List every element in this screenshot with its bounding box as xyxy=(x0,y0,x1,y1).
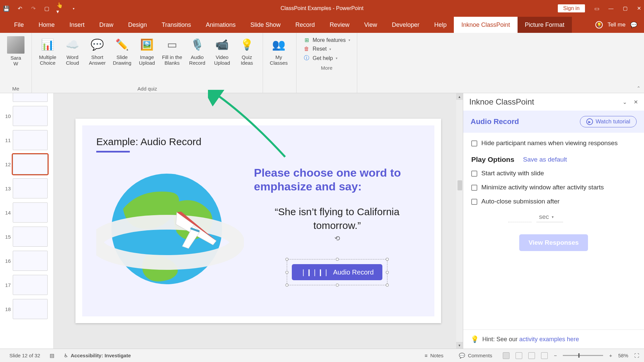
scroll-up-icon[interactable]: ▴ xyxy=(456,93,463,100)
save-as-default-link[interactable]: Save as default xyxy=(523,156,567,163)
image-upload-button[interactable]: 🖼️Image Upload xyxy=(135,35,159,84)
autoclose-seconds-input[interactable] xyxy=(508,212,532,222)
tab-review[interactable]: Review xyxy=(322,17,357,33)
my-classes-button[interactable]: 👥 My Classes xyxy=(267,35,290,84)
selection-handle[interactable] xyxy=(285,284,288,287)
minimize-icon[interactable]: — xyxy=(608,5,613,11)
audio-record-widget[interactable]: ❘❙❘❙❘ Audio Record xyxy=(287,259,387,285)
tab-insert[interactable]: Insert xyxy=(62,17,92,33)
audio-record-button[interactable]: 🎙️Audio Record xyxy=(185,35,209,84)
selection-handle[interactable] xyxy=(386,271,389,274)
word-cloud-button[interactable]: ☁️Word Cloud xyxy=(61,35,84,84)
tab-developer[interactable]: Developer xyxy=(384,17,427,33)
tab-home[interactable]: Home xyxy=(31,17,62,33)
prompt-heading: Please choose one word to emphasize and … xyxy=(254,166,420,193)
comments-pane-icon[interactable]: 💬 xyxy=(630,21,637,28)
tab-draw[interactable]: Draw xyxy=(92,17,121,33)
maximize-icon[interactable]: ▢ xyxy=(623,5,628,11)
slide-thumbnail[interactable] xyxy=(13,93,48,102)
selection-handle[interactable] xyxy=(336,258,339,261)
slide-thumbnail[interactable] xyxy=(13,106,48,126)
touch-mode-icon[interactable]: 👆▾ xyxy=(56,5,64,12)
watch-tutorial-button[interactable]: ▶ Watch tutorial xyxy=(580,116,637,127)
activity-examples-link[interactable]: activity examples here xyxy=(519,336,579,343)
slide-thumbnail[interactable] xyxy=(13,130,48,150)
close-icon[interactable]: ✕ xyxy=(637,5,641,11)
normal-view-icon[interactable] xyxy=(503,352,509,359)
more-features-button[interactable]: ⊞More features▾ xyxy=(303,37,350,43)
tab-view[interactable]: View xyxy=(357,17,385,33)
short-answer-button[interactable]: 💬Short Answer xyxy=(86,35,109,84)
present-icon[interactable]: ▢ xyxy=(43,5,50,12)
checkbox-autoclose[interactable] xyxy=(471,199,477,205)
get-help-button[interactable]: ⓘGet help▾ xyxy=(303,55,350,62)
save-icon[interactable]: 💾 xyxy=(3,5,10,12)
selection-handle[interactable] xyxy=(336,284,339,287)
sorter-view-icon[interactable] xyxy=(516,352,522,359)
checkbox-start-with-slide[interactable] xyxy=(471,171,477,177)
rotate-handle-icon[interactable]: ⟲ xyxy=(334,234,340,242)
reset-button[interactable]: 🗑Reset▾ xyxy=(303,46,350,52)
checkbox-hide-names[interactable] xyxy=(471,140,477,146)
audio-record-label: Audio Record xyxy=(333,268,374,276)
tab-animations[interactable]: Animations xyxy=(198,17,243,33)
slide-thumbnail[interactable] xyxy=(13,299,48,319)
tab-transitions[interactable]: Transitions xyxy=(154,17,198,33)
selection-handle[interactable] xyxy=(386,284,389,287)
slide-thumbnail[interactable] xyxy=(13,154,48,174)
prompt-quote: “She isn’t flying to California tomorrow… xyxy=(254,205,420,232)
slide-thumbnail[interactable] xyxy=(13,202,48,223)
tab-design[interactable]: Design xyxy=(121,17,154,33)
ribbon-display-icon[interactable]: ▭ xyxy=(593,5,600,12)
fit-to-window-icon[interactable]: ⛶ xyxy=(634,353,639,358)
reading-view-icon[interactable] xyxy=(528,352,535,359)
slide-thumbnail[interactable] xyxy=(13,251,48,271)
language-icon[interactable]: ▤ xyxy=(45,353,59,359)
tell-me-search[interactable]: Tell me xyxy=(607,21,626,28)
selection-handle[interactable] xyxy=(386,258,389,261)
undo-icon[interactable]: ↶ xyxy=(16,5,23,12)
scroll-down-icon[interactable]: ▾ xyxy=(456,342,463,349)
autoclose-unit-select[interactable]: sec ▾ xyxy=(536,212,563,222)
multiple-choice-button[interactable]: 📊Multiple Choice xyxy=(36,35,59,84)
panel-dropdown-icon[interactable]: ⌄ xyxy=(623,99,627,105)
comments-button[interactable]: 💬Comments xyxy=(454,353,497,359)
tab-slideshow[interactable]: Slide Show xyxy=(243,17,288,33)
tab-picture-format[interactable]: Picture Format xyxy=(518,17,572,33)
window-title: ClassPoint Examples - PowerPoint xyxy=(280,5,363,11)
tab-file[interactable]: File xyxy=(7,17,31,33)
checkbox-minimize[interactable] xyxy=(471,185,477,191)
slide-drawing-button[interactable]: ✏️Slide Drawing xyxy=(110,35,134,84)
selection-handle[interactable] xyxy=(285,271,288,274)
view-responses-button[interactable]: View Responses xyxy=(519,234,588,251)
opt-start-label: Start activity with slide xyxy=(481,170,544,177)
slideshow-view-icon[interactable] xyxy=(541,352,548,359)
chevron-down-icon: ▾ xyxy=(552,215,554,219)
sign-in-button[interactable]: Sign in xyxy=(558,4,585,12)
fill-blanks-button[interactable]: ▭Fill in the Blanks xyxy=(160,35,184,84)
quiz-ideas-button[interactable]: 💡Quiz Ideas xyxy=(235,35,259,84)
tab-inknoe-classpoint[interactable]: Inknoe ClassPoint xyxy=(454,17,517,33)
comments-icon: 💬 xyxy=(459,353,465,359)
tab-record[interactable]: Record xyxy=(288,17,322,33)
notes-button[interactable]: ≡Notes xyxy=(420,353,448,358)
vertical-scrollbar[interactable]: ▴ ▾ xyxy=(456,93,463,349)
scroll-thumb[interactable] xyxy=(458,180,462,190)
panel-close-icon[interactable]: ✕ xyxy=(634,99,638,105)
zoom-slider[interactable] xyxy=(563,355,603,356)
zoom-out-button[interactable]: − xyxy=(554,353,557,358)
image-upload-icon: 🖼️ xyxy=(139,36,155,53)
redo-icon[interactable]: ↷ xyxy=(30,5,37,12)
slide-thumbnail[interactable] xyxy=(13,227,48,247)
slide[interactable]: Example: Audio Record xyxy=(75,119,441,323)
slide-thumbnail[interactable] xyxy=(13,275,48,295)
video-upload-button[interactable]: 📹Video Upload xyxy=(210,35,234,84)
collapse-ribbon-icon[interactable]: ⌃ xyxy=(637,85,641,91)
zoom-in-button[interactable]: + xyxy=(609,353,612,358)
qat-more-icon[interactable]: ▾ xyxy=(70,5,77,12)
accessibility-status[interactable]: ♿︎ Accessibility: Investigate xyxy=(59,353,136,359)
me-profile-button[interactable]: Sara W xyxy=(4,35,28,84)
selection-handle[interactable] xyxy=(285,258,288,261)
slide-thumbnail[interactable] xyxy=(13,178,48,198)
tab-help[interactable]: Help xyxy=(427,17,454,33)
